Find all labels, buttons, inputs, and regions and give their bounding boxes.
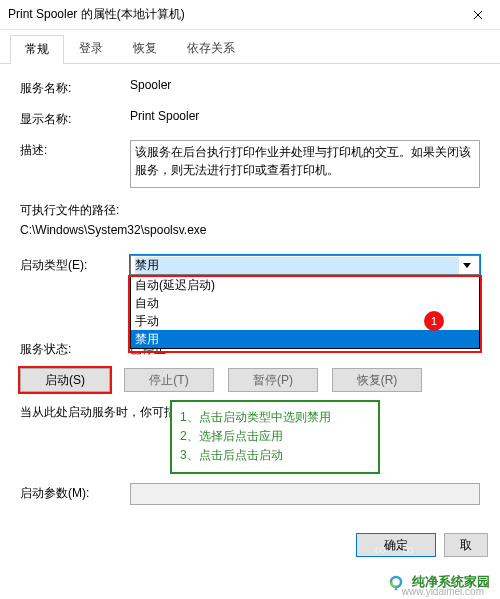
chevron-down-icon <box>459 263 475 268</box>
label-startup-type: 启动类型(E): <box>20 255 130 275</box>
dialog-footer: 确定 取 <box>356 533 488 557</box>
titlebar: Print Spooler 的属性(本地计算机) <box>0 0 500 30</box>
value-exec-path: C:\Windows\System32\spoolsv.exe <box>20 223 480 237</box>
start-button[interactable]: 启动(S) <box>20 368 110 392</box>
tabs: 常规 登录 恢复 依存关系 <box>0 30 500 64</box>
tab-dependencies[interactable]: 依存关系 <box>172 34 250 63</box>
tip-2: 2、选择后点击应用 <box>180 427 370 446</box>
pause-button[interactable]: 暂停(P) <box>228 368 318 392</box>
resume-button[interactable]: 恢复(R) <box>332 368 422 392</box>
value-service-name: Spooler <box>130 78 480 97</box>
annotation-tips: 1、点击启动类型中选则禁用 2、选择后点击应用 3、点击后点击启动 <box>170 400 380 474</box>
tab-recovery[interactable]: 恢复 <box>118 34 172 63</box>
label-display-name: 显示名称: <box>20 109 130 128</box>
annotation-badge-1: 1 <box>424 311 444 331</box>
label-service-name: 服务名称: <box>20 78 130 97</box>
row-service-name: 服务名称: Spooler <box>20 78 480 97</box>
startup-type-wrap: 禁用 自动(延迟启动) 自动 手动 禁用 1 <box>130 255 480 275</box>
row-start-params: 启动参数(M): <box>20 483 480 505</box>
row-startup-type: 启动类型(E): 禁用 自动(延迟启动) 自动 手动 禁用 1 <box>20 255 480 275</box>
cancel-button[interactable]: 取 <box>444 533 488 557</box>
value-display-name: Print Spooler <box>130 109 480 128</box>
row-description: 描述: <box>20 140 480 188</box>
brand-url: www.yidaimei.com <box>402 586 484 597</box>
startup-type-combo[interactable]: 禁用 <box>130 255 480 275</box>
dropdown-item-disabled[interactable]: 禁用 <box>131 330 479 348</box>
ok-button[interactable]: 确定 <box>356 533 436 557</box>
dropdown-item-auto[interactable]: 自动 <box>131 294 479 312</box>
label-description: 描述: <box>20 140 130 188</box>
label-exec-path: 可执行文件的路径: <box>20 202 480 219</box>
startup-type-selected: 禁用 <box>135 257 459 274</box>
tab-logon[interactable]: 登录 <box>64 34 118 63</box>
label-service-status: 服务状态: <box>20 341 130 358</box>
tip-3: 3、点击后点击启动 <box>180 446 370 465</box>
description-text[interactable] <box>130 140 480 188</box>
label-start-params: 启动参数(M): <box>20 483 130 505</box>
tip-1: 1、点击启动类型中选则禁用 <box>180 408 370 427</box>
close-icon <box>473 10 483 20</box>
close-button[interactable] <box>456 0 500 30</box>
action-buttons: 启动(S) 停止(T) 暂停(P) 恢复(R) <box>20 368 480 392</box>
row-display-name: 显示名称: Print Spooler <box>20 109 480 128</box>
tab-general[interactable]: 常规 <box>10 35 64 64</box>
dropdown-item-auto-delayed[interactable]: 自动(延迟启动) <box>131 276 479 294</box>
stop-button[interactable]: 停止(T) <box>124 368 214 392</box>
start-params-input <box>130 483 480 505</box>
window-title: Print Spooler 的属性(本地计算机) <box>8 6 456 23</box>
